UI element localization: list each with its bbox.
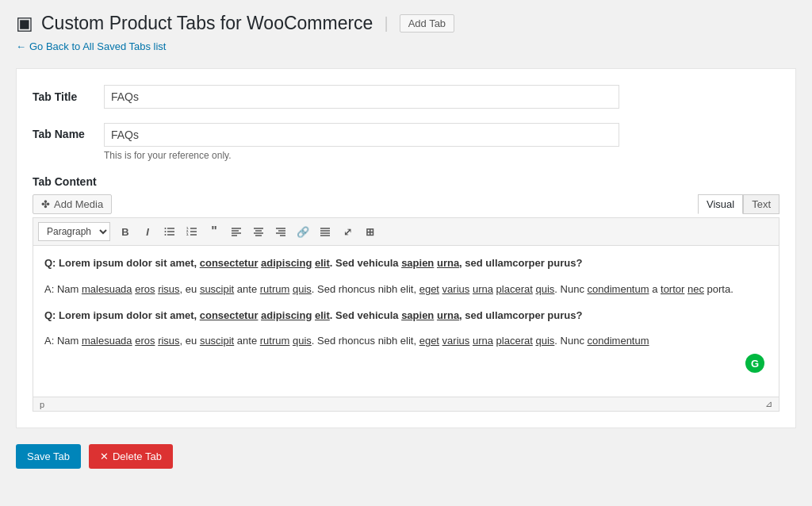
grammarly-icon: G — [745, 354, 764, 373]
delete-tab-button[interactable]: ✕ Delete Tab — [89, 444, 173, 469]
bold-button[interactable]: B — [115, 221, 136, 242]
back-arrow-icon: ← — [16, 40, 26, 52]
main-content: Tab Title Tab Name This is for your refe… — [16, 68, 796, 428]
unordered-list-button[interactable] — [159, 221, 180, 242]
add-tab-button[interactable]: Add Tab — [400, 14, 454, 33]
plugin-icon: ▣ — [16, 13, 33, 34]
editor-container: Paragraph Heading 1 Heading 2 Heading 3 … — [33, 217, 779, 412]
editor-wrapper: Q: Lorem ipsum dolor sit amet, consectet… — [33, 246, 779, 397]
add-media-label: Add Media — [54, 198, 103, 210]
editor-tag: p — [40, 400, 44, 409]
save-tab-button[interactable]: Save Tab — [16, 444, 81, 469]
svg-point-5 — [165, 234, 167, 236]
page-title: Custom Product Tabs for WooCommerce — [41, 13, 373, 34]
svg-text:3.: 3. — [186, 232, 189, 236]
tab-name-field-wrapper: This is for your reference only. — [104, 123, 619, 161]
tab-name-row: Tab Name This is for your reference only… — [33, 123, 779, 161]
tab-title-input[interactable] — [104, 85, 619, 109]
align-left-button[interactable] — [226, 221, 247, 242]
align-right-button[interactable] — [270, 221, 291, 242]
editor-toolbar: Paragraph Heading 1 Heading 2 Heading 3 … — [33, 218, 779, 246]
answer-1: A: Nam malesuada eros risus, eu suscipit… — [44, 282, 768, 298]
visual-tab[interactable]: Visual — [698, 194, 743, 214]
editor-status-bar: p ⊿ — [33, 397, 779, 411]
back-link[interactable]: ← Go Back to All Saved Tabs list — [16, 40, 796, 52]
svg-point-4 — [165, 231, 167, 232]
tab-name-hint: This is for your reference only. — [104, 150, 619, 161]
view-mode-tabs: Visual Text — [698, 194, 779, 214]
delete-label: Delete Tab — [113, 450, 162, 462]
tab-content-label: Tab Content — [33, 175, 779, 188]
media-bar: ✤ Add Media Visual Text — [33, 194, 779, 214]
align-justify-button[interactable] — [315, 221, 335, 242]
align-center-button[interactable] — [248, 221, 269, 242]
paragraph-select[interactable]: Paragraph Heading 1 Heading 2 Heading 3 — [38, 222, 110, 241]
question-1: Q: Lorem ipsum dolor sit amet, consectet… — [44, 255, 768, 272]
footer-buttons: Save Tab ✕ Delete Tab — [16, 444, 796, 469]
ordered-list-button[interactable]: 1.2.3. — [182, 221, 202, 242]
editor-body[interactable]: Q: Lorem ipsum dolor sit amet, consectet… — [33, 246, 779, 397]
resize-handle[interactable]: ⊿ — [765, 399, 772, 409]
text-tab[interactable]: Text — [743, 194, 779, 214]
fullscreen-button[interactable]: ⤢ — [337, 221, 358, 242]
answer-2: A: Nam malesuada eros risus, eu suscipit… — [44, 333, 768, 350]
italic-button[interactable]: I — [137, 221, 158, 242]
table-button[interactable]: ⊞ — [359, 221, 380, 242]
question-2: Q: Lorem ipsum dolor sit amet, consectet… — [44, 308, 768, 324]
back-link-label: Go Back to All Saved Tabs list — [29, 40, 166, 52]
add-media-button[interactable]: ✤ Add Media — [33, 194, 112, 214]
divider: | — [384, 14, 388, 33]
tab-title-row: Tab Title — [33, 85, 779, 109]
tab-content-section: Tab Content ✤ Add Media Visual Text Para… — [33, 175, 779, 412]
tab-name-input[interactable] — [104, 123, 619, 147]
link-button[interactable]: 🔗 — [293, 221, 313, 242]
add-media-icon: ✤ — [41, 198, 50, 210]
tab-title-label: Tab Title — [33, 90, 104, 103]
blockquote-button[interactable]: " — [204, 221, 224, 242]
svg-point-3 — [165, 228, 167, 229]
tab-name-label: Tab Name — [33, 123, 104, 140]
delete-icon: ✕ — [100, 450, 109, 462]
